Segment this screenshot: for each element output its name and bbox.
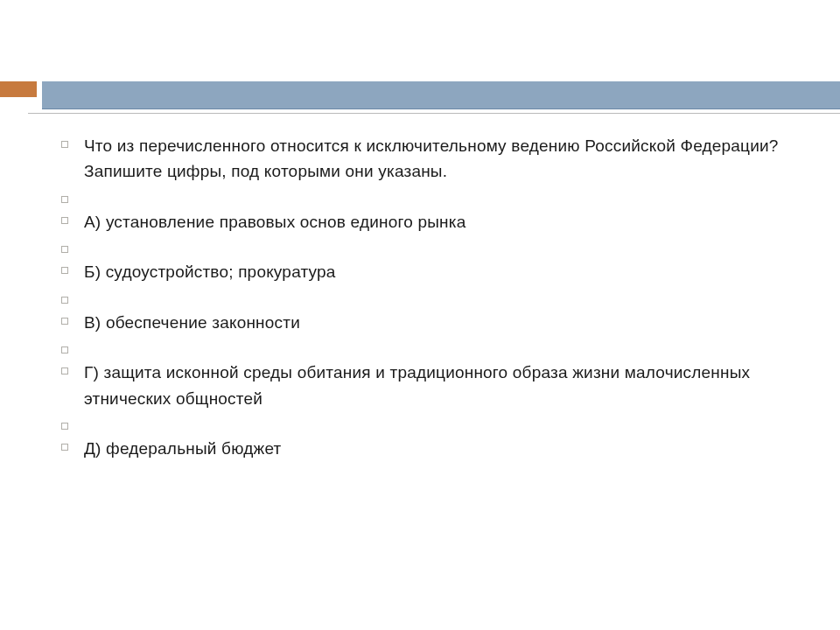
list-item: В) обеспечение законности [61,310,788,335]
item-text: А) установление правовых основ единого р… [84,209,466,234]
bullet-icon [61,444,68,451]
bullet-icon [61,196,68,203]
bullet-icon [61,267,68,274]
bullet-icon [61,318,68,325]
list-item [61,415,788,432]
bullet-icon [61,246,68,253]
item-text: Б) судоустройство; прокуратура [84,259,336,284]
list-item: Г) защита исконной среды обитания и трад… [61,360,788,411]
slide-header-band [0,81,840,111]
bullet-icon [61,297,68,304]
list-item [61,289,788,306]
list-item: Д) федеральный бюджет [61,436,788,461]
item-text: Д) федеральный бюджет [84,436,281,461]
bullet-icon [61,346,68,354]
list-item [61,188,788,206]
item-text: Г) защита исконной среды обитания и трад… [84,360,788,411]
divider [28,113,840,114]
bullet-icon [61,368,68,374]
list-item [61,238,788,256]
item-text: В) обеспечение законности [84,310,300,335]
item-text: Что из перечисленного относится к исключ… [84,133,788,185]
list-item: Что из перечисленного относится к исключ… [61,133,788,185]
main-bar [42,81,840,109]
list-item: А) установление правовых основ единого р… [61,209,788,234]
accent-bar [0,81,37,97]
bullet-icon [61,217,68,224]
bullet-icon [61,141,68,148]
list-item [61,339,788,356]
list-item: Б) судоустройство; прокуратура [61,259,788,284]
bullet-icon [61,423,68,430]
content-area: Что из перечисленного относится к исключ… [61,133,788,466]
